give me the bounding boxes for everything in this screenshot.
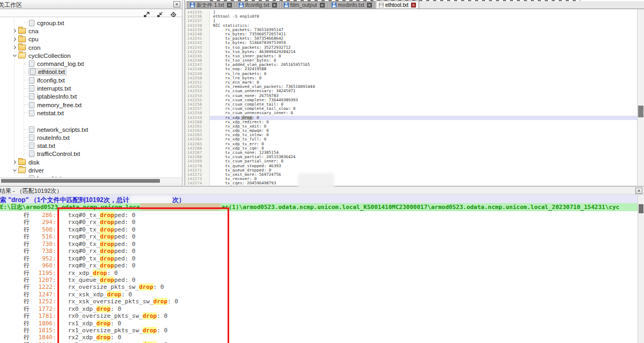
tree-item-stat-txt[interactable]: stat.txt <box>0 141 182 150</box>
file-icon <box>29 61 34 67</box>
code-line[interactable]: 142240 rx_bytes: 735960572057411 <box>185 32 637 36</box>
locate-target-icon[interactable] <box>170 10 177 16</box>
code-text: rx_csum_unnecessary: 34245971 <box>210 89 637 93</box>
tree-item-trafficcontrol-txt[interactable]: trafficControl.txt <box>0 150 182 158</box>
tree-item-cgroup-txt[interactable]: cgroup.txt <box>0 19 182 27</box>
tree-item-cycliccollection[interactable]: cyclicCollection <box>0 51 182 59</box>
code-line[interactable]: 142252 rx_removed_vlan_packets: 73651009… <box>185 85 637 89</box>
tree-item-command-log-txt[interactable]: command_log.txt <box>0 59 182 68</box>
tree-item-ethtool-txt[interactable]: ethtool.txt <box>0 68 182 76</box>
code-line[interactable]: 142270 tx_queue_stopped: 46393 <box>185 164 637 168</box>
tab-close-icon[interactable]: × <box>227 3 232 8</box>
code-line[interactable]: 142250 rx_lro_bytes: 0 <box>185 76 637 80</box>
collapse-window-icon[interactable] <box>157 10 163 16</box>
code-line[interactable]: 142248 tx_nop: 232419588 <box>185 67 637 71</box>
tree-item-netstat-txt[interactable]: netstat.txt <box>0 109 182 117</box>
tree-item-network-scripts-txt[interactable]: network_scripts.txt <box>0 125 182 133</box>
results-close-button[interactable]: × <box>635 188 642 194</box>
tree-item-cpu[interactable]: cpu <box>0 35 182 43</box>
code-line[interactable]: 142238NIC statistics: <box>185 24 637 28</box>
code-line[interactable]: 142267 tx_csum_none: 12385154 <box>185 151 637 155</box>
code-line[interactable]: 142257 rx_csum_complete_tail_slow: 0 <box>185 107 637 111</box>
tree-horizontal-scrollbar[interactable] <box>0 177 182 183</box>
code-line[interactable]: 142245 tx_tso_inner_packets: 0 <box>185 54 637 58</box>
line-number: 142260 <box>185 120 210 124</box>
save-floppy-icon <box>332 3 336 8</box>
tree-item-memory-free-txt[interactable]: memory_free.txt <box>0 101 182 109</box>
code-line[interactable]: 142255 rx_csum_complete: 736449389393 <box>185 98 637 102</box>
tree-scrollbar-thumb[interactable] <box>1 179 160 183</box>
workspace-close-button[interactable]: × <box>173 1 180 8</box>
code-line[interactable]: 142247 tx_added_vlan_packets: 2051659571… <box>185 63 637 67</box>
code-line[interactable]: 142269 tx_csum_partial_inner: 0 <box>185 159 637 163</box>
code-line-current[interactable]: 142259 rx_xdp_drop: 0 <box>185 116 637 120</box>
code-line[interactable]: 142261 rx_xdp_tx_xmit: 0 <box>185 124 637 129</box>
tab-1-txt[interactable]: 新文件 1.txt× <box>187 1 235 9</box>
code-line[interactable]: 142271 tx_queue_dropped: 0 <box>185 168 637 173</box>
line-number: 142243 <box>185 46 210 50</box>
code-line[interactable]: 142239 rx_packets: 736510395147 <box>185 28 637 32</box>
chevron-right-icon[interactable] <box>11 29 18 32</box>
tab-fdm-output[interactable]: fdm_output× <box>281 1 328 9</box>
results-vertical-scrollbar[interactable] <box>638 195 644 343</box>
tab-close-icon[interactable]: × <box>320 3 325 8</box>
code-line[interactable]: 142249 rx_lro_packets: 0 <box>185 72 637 76</box>
code-line[interactable]: 142254 rx_csum_none: 26759783 <box>185 94 637 98</box>
code-line[interactable]: 142273 tx_recover: 0 <box>185 177 637 181</box>
chevron-down-icon[interactable] <box>11 169 18 171</box>
code-line[interactable]: 142244 tx_tso_bytes: 463099429284214 <box>185 50 637 54</box>
tree-connector <box>24 129 28 130</box>
chevron-down-icon[interactable] <box>11 55 18 56</box>
code-line[interactable]: 142242 tx_bytes: 514607839753959 <box>185 41 637 45</box>
expand-window-icon[interactable] <box>143 10 150 16</box>
tree-item-routeinfo-txt[interactable]: routeInfo.txt <box>0 133 182 141</box>
code-line[interactable]: 142241 tx_packets: 507354668642 <box>185 36 637 41</box>
code-line[interactable]: 142266 rx_xdp_tx_cqe: 0 <box>185 146 637 151</box>
code-line[interactable]: 142253 rx_csum_unnecessary: 34245971 <box>185 89 637 93</box>
code-line[interactable]: 142263 rx_xdp_tx_inlnw: 0 <box>185 133 637 137</box>
result-row-label: 行 <box>24 312 32 319</box>
tree-item-iptablesinfo-txt[interactable]: iptablesInfo.txt <box>0 93 182 101</box>
tree-item-label: cpu <box>28 36 39 42</box>
tree-item-cna[interactable]: cna <box>0 27 182 35</box>
tree-item-ifconfig-txt[interactable]: ifconfig.txt <box>0 76 182 84</box>
tab-ifconfig-txt[interactable]: ifconfig.txt× <box>236 1 280 9</box>
code-line[interactable]: 142243 tx_tso_packets: 35272932712 <box>185 46 637 50</box>
code-line[interactable]: 142256 rx_csum_complete_tail: 0 <box>185 102 637 107</box>
line-number: 142249 <box>185 72 210 76</box>
code-line[interactable]: 142237{ <box>185 19 637 23</box>
tab-close-icon[interactable]: × <box>411 3 416 8</box>
tab-close-icon[interactable]: × <box>367 3 372 8</box>
code-line[interactable]: 142258 rx_csum_unnecessary_inner: 0 <box>185 111 637 115</box>
chevron-right-icon[interactable] <box>11 161 18 163</box>
tab-modinfo-txt[interactable]: modinfo.txt× <box>328 1 375 9</box>
tree-item-cron[interactable]: cron <box>0 43 182 51</box>
tab-ethtool-txt[interactable]: ethtool.txt× <box>376 1 419 9</box>
editor-scrollbar-thumb[interactable] <box>638 106 643 117</box>
tree-item-driver[interactable]: driver <box>0 166 182 174</box>
code-line[interactable]: 142236ethtool -S enp1s0f0 <box>185 14 637 19</box>
chevron-right-icon[interactable] <box>11 38 18 41</box>
tree-item-disk[interactable]: disk <box>0 158 182 166</box>
code-line[interactable]: 142260 rx_xdp_redirect: 0 <box>185 120 637 124</box>
tree-item-interrupts-txt[interactable]: interrupts.txt <box>0 84 182 92</box>
code-line[interactable]: 142262 rx_xdp_tx_mpwqe: 0 <box>185 129 637 133</box>
code-line[interactable]: 142272 tx_xmit_more: 569724756 <box>185 173 637 177</box>
code-line[interactable]: 142274 tx_cqes: 204596498793 <box>185 181 637 185</box>
code-line[interactable]: 142246 tx_tso_inner_bytes: 0 <box>185 58 637 63</box>
code-line[interactable]: 142268 tx_csum_partial: 205153836424 <box>185 155 637 159</box>
tab-close-icon[interactable]: × <box>272 3 277 8</box>
code-line[interactable]: 142251 rx_ecn_mark: 0 <box>185 80 637 85</box>
editor-vertical-scrollbar[interactable] <box>637 9 644 185</box>
code-line[interactable]: 142235} <box>185 10 637 14</box>
tab-label: fdm_output <box>290 2 317 8</box>
code-text: tx_added_vlan_packets: 205165957165 <box>210 63 637 67</box>
tab-label: 新文件 1.txt <box>196 2 224 9</box>
chevron-right-icon[interactable] <box>11 46 18 49</box>
code-line[interactable]: 142264 rx_xdp_tx_full: 0 <box>185 137 637 141</box>
results-scrollbar-thumb[interactable] <box>639 204 643 213</box>
code-line[interactable]: 142265 rx_xdp_tx_err: 0 <box>185 142 637 146</box>
tree-connector <box>24 113 28 113</box>
editor-text-area[interactable]: 142235}142236ethtool -S enp1s0f0142237{1… <box>185 9 637 185</box>
tree-item-label: cyclicCollection <box>28 53 71 59</box>
